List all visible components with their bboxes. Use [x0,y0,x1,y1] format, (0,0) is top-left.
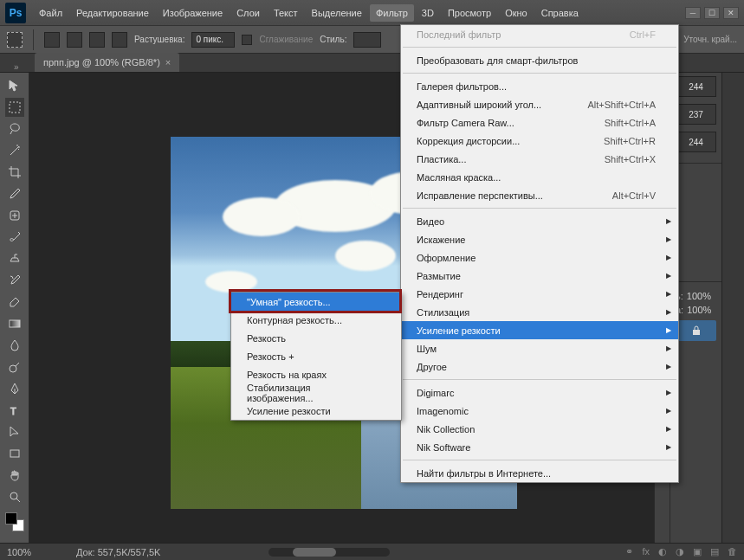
submenu-item[interactable]: Резкость на краях [231,365,401,383]
brush-tool-icon[interactable] [5,228,24,247]
gradient-tool-icon[interactable] [5,314,24,333]
menu-item[interactable]: Другое▶ [401,357,678,376]
menu-item[interactable]: Адаптивный широкий угол...Alt+Shift+Ctrl… [401,95,678,113]
menu-item[interactable]: Стилизация▶ [401,303,678,321]
pen-tool-icon[interactable] [5,379,24,398]
svg-rect-7 [693,330,700,335]
submenu-item[interactable]: Резкость + [231,347,401,365]
menu-item[interactable]: Найти фильтры в Интернете... [401,464,678,482]
tab-chevron-icon[interactable]: » [14,62,19,72]
dodge-tool-icon[interactable] [5,357,24,377]
menu-item[interactable]: Коррекция дисторсии...Shift+Ctrl+R [401,132,678,150]
eyedropper-tool-icon[interactable] [5,184,24,203]
menu-item-label: Фильтр Camera Raw... [417,118,514,128]
tab-close-icon[interactable]: × [165,57,171,68]
submenu-item[interactable]: Стабилизация изображения... [231,383,401,402]
clone-stamp-tool-icon[interactable] [5,249,24,268]
feather-input[interactable] [191,32,235,48]
lasso-tool-icon[interactable] [5,119,24,138]
close-button[interactable]: ✕ [723,7,739,19]
menu-просмотр[interactable]: Просмотр [442,4,497,22]
panel-value-2[interactable]: 237 [676,104,716,125]
marquee-tool-icon[interactable] [7,32,23,48]
menu-редактирование[interactable]: Редактирование [70,4,155,22]
layer-style-icon[interactable]: fx [642,546,650,557]
submenu-arrow-icon: ▶ [666,272,671,280]
menu-item[interactable]: Искажение▶ [401,230,678,248]
blur-tool-icon[interactable] [5,336,24,355]
menu-item[interactable]: Исправление перспективы...Alt+Ctrl+V [401,186,678,204]
menu-item[interactable]: Nik Collection▶ [401,420,678,438]
link-layers-icon[interactable]: ⚭ [625,546,633,557]
add-selection-icon[interactable] [67,32,82,48]
menu-item[interactable]: Усиление резкости▶ [401,321,678,339]
submenu-item[interactable]: Усиление резкости [231,402,401,420]
menu-изображение[interactable]: Изображение [157,4,229,22]
type-tool-icon[interactable]: T [5,401,24,420]
menu-item[interactable]: Видео▶ [401,212,678,230]
menu-item[interactable]: Пластика...Shift+Ctrl+X [401,150,678,168]
collapsed-panel-column[interactable] [721,73,744,543]
subtract-selection-icon[interactable] [89,32,105,48]
menu-item[interactable]: Галерея фильтров... [401,77,678,95]
magic-wand-tool-icon[interactable] [5,141,24,160]
new-layer-icon[interactable]: ▤ [710,546,719,557]
style-dropdown[interactable] [353,32,381,48]
layer-mask-icon[interactable]: ◐ [658,546,667,557]
new-selection-icon[interactable] [44,32,60,48]
minimize-button[interactable]: ─ [685,7,701,19]
hand-tool-icon[interactable] [5,466,24,485]
menu-выделение[interactable]: Выделение [306,4,368,22]
panel-value-3[interactable]: 244 [676,132,716,152]
menu-item[interactable]: Размытие▶ [401,267,678,285]
menu-item[interactable]: Nik Software▶ [401,438,678,456]
zoom-tool-icon[interactable] [5,487,24,506]
delete-layer-icon[interactable]: 🗑 [728,546,737,557]
menu-окно[interactable]: Окно [499,4,534,22]
menu-item[interactable]: Рендеринг▶ [401,285,678,303]
menu-текст[interactable]: Текст [268,4,304,22]
crop-tool-icon[interactable] [5,163,24,182]
submenu-item[interactable]: Контурная резкость... [231,311,401,329]
horizontal-scrollbar[interactable] [268,548,390,557]
menu-item[interactable]: Масляная краска... [401,168,678,186]
menu-item[interactable]: Оформление▶ [401,248,678,267]
menu-item-label: Последний фильтр [417,29,501,40]
group-icon[interactable]: ▣ [693,546,702,557]
layer-lock-icon[interactable] [676,320,716,341]
menu-справка[interactable]: Справка [535,4,585,22]
menu-файл[interactable]: Файл [33,4,68,22]
adjustment-layer-icon[interactable]: ◑ [676,546,684,557]
menu-3d[interactable]: 3D [416,4,440,22]
path-selection-tool-icon[interactable] [5,422,24,441]
history-brush-tool-icon[interactable] [5,271,24,290]
eraser-tool-icon[interactable] [5,293,24,312]
menu-item[interactable]: Фильтр Camera Raw...Shift+Ctrl+A [401,113,678,132]
submenu-item[interactable]: "Умная" резкость... [231,293,401,311]
menu-слои[interactable]: Слои [230,4,266,22]
menu-item[interactable]: Digimarc▶ [401,383,678,402]
antialias-checkbox[interactable] [242,35,252,45]
submenu-arrow-icon: ▶ [666,254,671,261]
antialias-label: Сглаживание [259,35,313,44]
menu-item-label: Коррекция дисторсии... [417,136,520,146]
intersect-selection-icon[interactable] [112,32,127,48]
color-swatches[interactable] [5,512,24,531]
document-tab[interactable]: прпп.jpg @ 100% (RGB/8*) × [35,53,179,72]
healing-brush-tool-icon[interactable] [5,206,24,225]
move-tool-icon[interactable] [5,76,24,95]
zoom-field[interactable]: 100% [7,547,59,557]
shortcut-label: Shift+Ctrl+X [605,154,656,164]
submenu-item[interactable]: Резкость [231,329,401,347]
maximize-button[interactable]: ☐ [704,7,720,19]
menu-фильтр[interactable]: Фильтр [370,4,414,22]
rectangle-tool-icon[interactable] [5,444,24,463]
menu-item[interactable]: Шум▶ [401,339,678,357]
marquee-tool-icon[interactable] [5,98,24,117]
menu-item[interactable]: Преобразовать для смарт-фильтров [401,51,678,69]
submenu-arrow-icon: ▶ [666,217,671,225]
refine-edge-button[interactable]: Уточн. край... [683,35,737,44]
panel-value-1[interactable]: 244 [676,76,716,97]
menu-item[interactable]: Imagenomic▶ [401,402,678,420]
menu-separator [403,460,676,460]
